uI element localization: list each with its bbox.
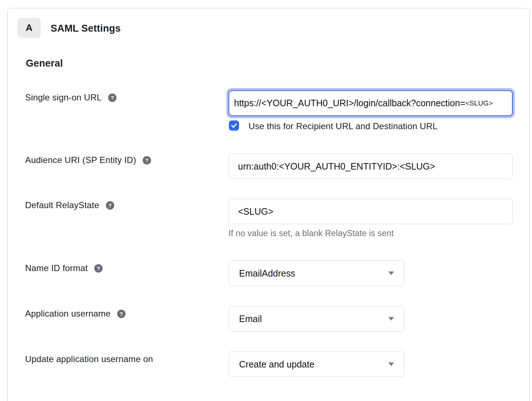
audience-uri-label: Audience URI (SP Entity ID): [25, 155, 136, 165]
relay-state-label-row: Default RelayState ?: [25, 200, 114, 210]
section-general-title: General: [26, 58, 63, 69]
sso-url-label-row: Single sign-on URL ?: [25, 92, 116, 103]
application-username-select[interactable]: Email: [229, 306, 404, 331]
sso-url-help-icon[interactable]: ?: [108, 94, 116, 102]
audience-uri-label-row: Audience URI (SP Entity ID) ?: [25, 155, 151, 165]
name-id-format-label-row: Name ID format ?: [25, 263, 103, 273]
chevron-down-icon: [388, 271, 394, 275]
update-username-label-row: Update application username on: [25, 354, 153, 364]
recipient-url-checkbox[interactable]: [229, 120, 239, 131]
relay-state-hint: If no value is set, a blank RelayState i…: [229, 229, 394, 238]
application-username-label: Application username: [25, 309, 111, 319]
checkmark-icon: [230, 122, 238, 129]
recipient-url-checkbox-label[interactable]: Use this for Recipient URL and Destinati…: [249, 121, 437, 131]
audience-uri-value: urn:auth0:<YOUR_AUTH0_ENTITYID>:<SLUG>: [238, 161, 435, 172]
application-username-help-icon[interactable]: ?: [117, 310, 126, 318]
audience-uri-input[interactable]: urn:auth0:<YOUR_AUTH0_ENTITYID>:<SLUG>: [229, 154, 513, 179]
sso-url-value: https://<YOUR_AUTH0_URI>/login/callback?…: [234, 98, 465, 108]
chevron-down-icon: [388, 317, 394, 321]
update-username-select[interactable]: Create and update: [229, 352, 404, 377]
relay-state-label: Default RelayState: [25, 200, 99, 210]
name-id-format-value: EmailAddress: [239, 268, 388, 279]
saml-settings-card: A SAML Settings General Single sign-on U…: [7, 8, 530, 401]
sso-url-input[interactable]: https://<YOUR_AUTH0_URI>/login/callback?…: [229, 90, 513, 116]
name-id-format-label: Name ID format: [25, 263, 88, 273]
update-username-label: Update application username on: [25, 354, 153, 364]
name-id-format-help-icon[interactable]: ?: [94, 264, 103, 273]
application-username-label-row: Application username ?: [25, 309, 126, 319]
application-username-value: Email: [239, 314, 388, 324]
update-username-value: Create and update: [239, 359, 388, 370]
panel-title: SAML Settings: [51, 23, 121, 34]
step-badge: A: [17, 18, 41, 38]
name-id-format-select[interactable]: EmailAddress: [229, 261, 404, 286]
sso-url-value-slug: <SLUG>: [465, 99, 493, 107]
relay-state-input[interactable]: <SLUG>: [229, 199, 513, 224]
relay-state-help-icon[interactable]: ?: [106, 201, 114, 210]
chevron-down-icon: [388, 362, 394, 366]
step-badge-letter: A: [26, 22, 33, 33]
sso-url-label: Single sign-on URL: [25, 92, 102, 103]
relay-state-value: <SLUG>: [238, 206, 273, 217]
audience-uri-help-icon[interactable]: ?: [143, 156, 151, 164]
